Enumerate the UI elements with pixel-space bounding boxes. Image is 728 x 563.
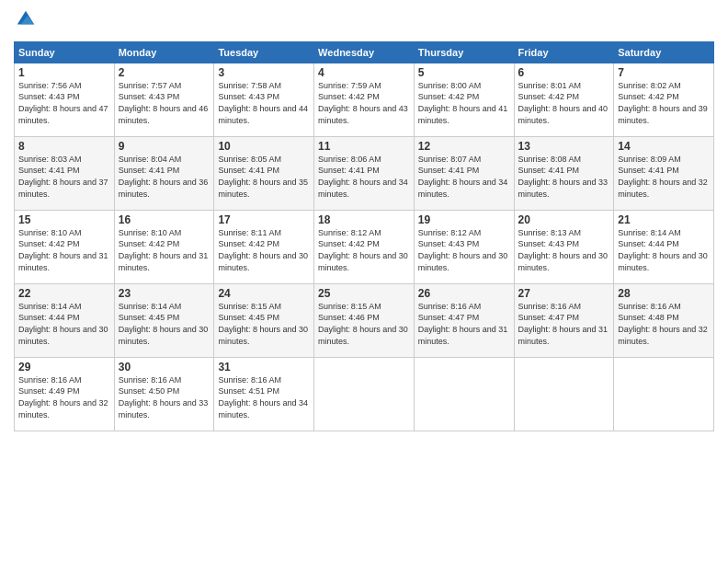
calendar-cell: 2 Sunrise: 7:57 AM Sunset: 4:43 PM Dayli… — [114, 63, 214, 136]
calendar-cell — [414, 357, 514, 431]
day-number: 13 — [518, 140, 610, 153]
day-number: 6 — [518, 66, 610, 79]
day-number: 14 — [618, 140, 710, 153]
calendar-cell: 14 Sunrise: 8:09 AM Sunset: 4:41 PM Dayl… — [614, 136, 714, 210]
day-number: 20 — [518, 213, 610, 226]
calendar-cell: 21 Sunrise: 8:14 AM Sunset: 4:44 PM Dayl… — [614, 210, 714, 283]
day-number: 4 — [318, 66, 410, 79]
day-info: Sunrise: 7:56 AM Sunset: 4:43 PM Dayligh… — [18, 80, 110, 126]
calendar-cell: 31 Sunrise: 8:16 AM Sunset: 4:51 PM Dayl… — [214, 357, 314, 431]
weekday-header: Tuesday — [214, 41, 314, 63]
calendar-cell — [514, 357, 614, 431]
day-info: Sunrise: 8:12 AM Sunset: 4:43 PM Dayligh… — [418, 227, 510, 273]
weekday-header: Monday — [114, 41, 214, 63]
calendar-cell — [314, 357, 415, 431]
day-info: Sunrise: 8:16 AM Sunset: 4:51 PM Dayligh… — [218, 374, 310, 420]
day-number: 29 — [18, 361, 110, 373]
weekday-header: Sunday — [15, 41, 115, 63]
calendar-week-row: 15 Sunrise: 8:10 AM Sunset: 4:42 PM Dayl… — [15, 210, 714, 283]
page: SundayMondayTuesdayWednesdayThursdayFrid… — [0, 0, 728, 563]
calendar-cell: 20 Sunrise: 8:13 AM Sunset: 4:43 PM Dayl… — [514, 210, 614, 283]
day-info: Sunrise: 8:16 AM Sunset: 4:47 PM Dayligh… — [418, 301, 510, 347]
day-info: Sunrise: 8:15 AM Sunset: 4:45 PM Dayligh… — [218, 301, 310, 347]
day-info: Sunrise: 8:16 AM Sunset: 4:49 PM Dayligh… — [18, 374, 110, 420]
day-info: Sunrise: 8:10 AM Sunset: 4:42 PM Dayligh… — [18, 227, 110, 273]
day-number: 2 — [119, 66, 210, 79]
day-number: 27 — [518, 287, 610, 300]
day-info: Sunrise: 8:07 AM Sunset: 4:41 PM Dayligh… — [418, 154, 510, 200]
calendar-cell: 23 Sunrise: 8:14 AM Sunset: 4:45 PM Dayl… — [114, 283, 214, 357]
day-number: 31 — [218, 361, 310, 373]
day-info: Sunrise: 8:01 AM Sunset: 4:42 PM Dayligh… — [518, 80, 610, 126]
calendar-cell: 6 Sunrise: 8:01 AM Sunset: 4:42 PM Dayli… — [514, 63, 614, 136]
day-info: Sunrise: 8:14 AM Sunset: 4:45 PM Dayligh… — [119, 301, 210, 347]
weekday-header: Thursday — [414, 41, 514, 63]
day-number: 19 — [418, 213, 510, 226]
day-info: Sunrise: 8:10 AM Sunset: 4:42 PM Dayligh… — [119, 227, 210, 273]
calendar-cell: 18 Sunrise: 8:12 AM Sunset: 4:42 PM Dayl… — [314, 210, 415, 283]
day-number: 8 — [18, 140, 110, 153]
day-number: 24 — [218, 287, 310, 300]
weekday-header: Saturday — [614, 41, 714, 63]
day-info: Sunrise: 8:16 AM Sunset: 4:50 PM Dayligh… — [119, 374, 210, 420]
calendar-cell: 10 Sunrise: 8:05 AM Sunset: 4:41 PM Dayl… — [214, 136, 314, 210]
day-number: 25 — [318, 287, 410, 300]
calendar-cell: 25 Sunrise: 8:15 AM Sunset: 4:46 PM Dayl… — [314, 283, 415, 357]
calendar-cell: 29 Sunrise: 8:16 AM Sunset: 4:49 PM Dayl… — [15, 357, 115, 431]
day-info: Sunrise: 8:02 AM Sunset: 4:42 PM Dayligh… — [618, 80, 710, 126]
logo — [14, 9, 36, 34]
calendar-cell: 24 Sunrise: 8:15 AM Sunset: 4:45 PM Dayl… — [214, 283, 314, 357]
day-info: Sunrise: 8:04 AM Sunset: 4:41 PM Dayligh… — [119, 154, 210, 200]
day-info: Sunrise: 7:57 AM Sunset: 4:43 PM Dayligh… — [119, 80, 210, 126]
day-info: Sunrise: 8:13 AM Sunset: 4:43 PM Dayligh… — [518, 227, 610, 273]
day-number: 9 — [119, 140, 210, 153]
calendar-cell: 28 Sunrise: 8:16 AM Sunset: 4:48 PM Dayl… — [614, 283, 714, 357]
calendar-cell: 26 Sunrise: 8:16 AM Sunset: 4:47 PM Dayl… — [414, 283, 514, 357]
day-info: Sunrise: 8:16 AM Sunset: 4:48 PM Dayligh… — [618, 301, 710, 347]
day-number: 26 — [418, 287, 510, 300]
day-info: Sunrise: 8:16 AM Sunset: 4:47 PM Dayligh… — [518, 301, 610, 347]
calendar-cell: 30 Sunrise: 8:16 AM Sunset: 4:50 PM Dayl… — [114, 357, 214, 431]
day-number: 10 — [218, 140, 310, 153]
calendar-cell: 9 Sunrise: 8:04 AM Sunset: 4:41 PM Dayli… — [114, 136, 214, 210]
weekday-header: Wednesday — [314, 41, 415, 63]
day-number: 1 — [18, 66, 110, 79]
day-number: 7 — [618, 66, 710, 79]
calendar-cell: 27 Sunrise: 8:16 AM Sunset: 4:47 PM Dayl… — [514, 283, 614, 357]
day-number: 23 — [119, 287, 210, 300]
day-info: Sunrise: 8:06 AM Sunset: 4:41 PM Dayligh… — [318, 154, 410, 200]
day-info: Sunrise: 8:15 AM Sunset: 4:46 PM Dayligh… — [318, 301, 410, 347]
day-info: Sunrise: 7:58 AM Sunset: 4:43 PM Dayligh… — [218, 80, 310, 126]
calendar-cell: 5 Sunrise: 8:00 AM Sunset: 4:42 PM Dayli… — [414, 63, 514, 136]
calendar-cell: 8 Sunrise: 8:03 AM Sunset: 4:41 PM Dayli… — [15, 136, 115, 210]
logo-text — [14, 9, 36, 34]
day-info: Sunrise: 7:59 AM Sunset: 4:42 PM Dayligh… — [318, 80, 410, 126]
calendar-cell: 4 Sunrise: 7:59 AM Sunset: 4:42 PM Dayli… — [314, 63, 415, 136]
day-info: Sunrise: 8:11 AM Sunset: 4:42 PM Dayligh… — [218, 227, 310, 273]
day-info: Sunrise: 8:05 AM Sunset: 4:41 PM Dayligh… — [218, 154, 310, 200]
calendar-week-row: 8 Sunrise: 8:03 AM Sunset: 4:41 PM Dayli… — [15, 136, 714, 210]
day-info: Sunrise: 8:09 AM Sunset: 4:41 PM Dayligh… — [618, 154, 710, 200]
day-number: 30 — [119, 361, 210, 373]
calendar-cell: 1 Sunrise: 7:56 AM Sunset: 4:43 PM Dayli… — [15, 63, 115, 136]
calendar-cell: 11 Sunrise: 8:06 AM Sunset: 4:41 PM Dayl… — [314, 136, 415, 210]
calendar-cell: 19 Sunrise: 8:12 AM Sunset: 4:43 PM Dayl… — [414, 210, 514, 283]
calendar-cell: 17 Sunrise: 8:11 AM Sunset: 4:42 PM Dayl… — [214, 210, 314, 283]
calendar-cell: 7 Sunrise: 8:02 AM Sunset: 4:42 PM Dayli… — [614, 63, 714, 136]
day-info: Sunrise: 8:14 AM Sunset: 4:44 PM Dayligh… — [18, 301, 110, 347]
weekday-header-row: SundayMondayTuesdayWednesdayThursdayFrid… — [15, 41, 714, 63]
calendar-cell: 15 Sunrise: 8:10 AM Sunset: 4:42 PM Dayl… — [15, 210, 115, 283]
calendar-week-row: 29 Sunrise: 8:16 AM Sunset: 4:49 PM Dayl… — [15, 357, 714, 431]
calendar-cell: 22 Sunrise: 8:14 AM Sunset: 4:44 PM Dayl… — [15, 283, 115, 357]
day-number: 5 — [418, 66, 510, 79]
calendar-table: SundayMondayTuesdayWednesdayThursdayFrid… — [14, 41, 714, 431]
calendar-cell: 13 Sunrise: 8:08 AM Sunset: 4:41 PM Dayl… — [514, 136, 614, 210]
day-number: 21 — [618, 213, 710, 226]
logo-icon — [16, 9, 36, 29]
calendar-cell: 3 Sunrise: 7:58 AM Sunset: 4:43 PM Dayli… — [214, 63, 314, 136]
day-number: 28 — [618, 287, 710, 300]
calendar-week-row: 1 Sunrise: 7:56 AM Sunset: 4:43 PM Dayli… — [15, 63, 714, 136]
calendar-week-row: 22 Sunrise: 8:14 AM Sunset: 4:44 PM Dayl… — [15, 283, 714, 357]
day-info: Sunrise: 8:12 AM Sunset: 4:42 PM Dayligh… — [318, 227, 410, 273]
day-info: Sunrise: 8:14 AM Sunset: 4:44 PM Dayligh… — [618, 227, 710, 273]
